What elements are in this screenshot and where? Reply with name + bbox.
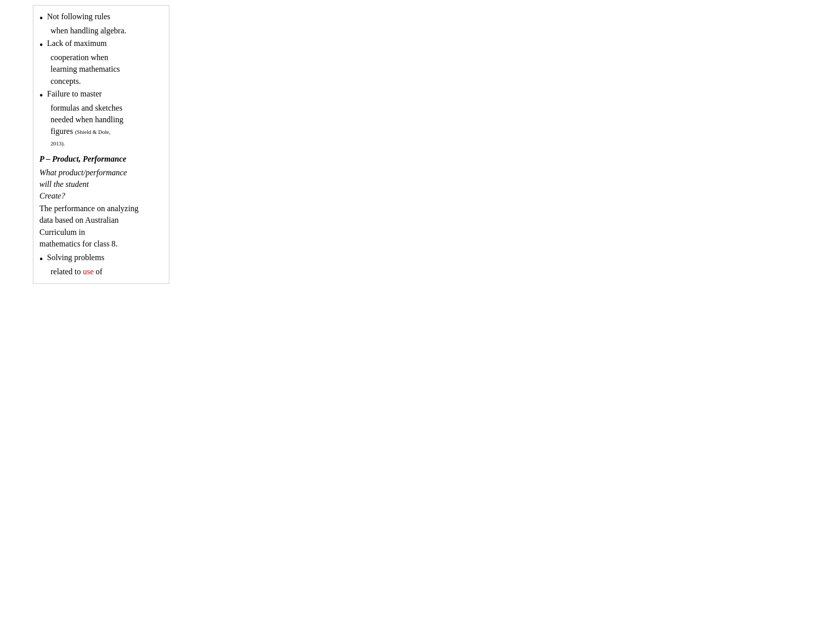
bullet-item-2: • Lack of maximum cooperation when learn… <box>39 37 163 87</box>
bullet-3-line-3: figures (Shield & Dole, <box>51 127 110 135</box>
bullet-item-1: • Not following rules when handling alge… <box>39 11 163 36</box>
bullet-2-main-text: Lack of maximum <box>47 37 107 49</box>
sub-bullet-1-continuation: related to use of <box>39 266 163 277</box>
bullet-1-continuation: when handling algebra. <box>39 25 163 36</box>
bullet-2-line-1: cooperation when <box>51 53 108 62</box>
bullet-item-3: • Failure to master formulas and sketche… <box>39 88 163 149</box>
bullet-3-year: 2013). <box>51 140 65 146</box>
section-p-body: The performance on analyzing data based … <box>39 203 163 250</box>
body-line-1: The performance on analyzing <box>39 204 138 213</box>
content-box: • Not following rules when handling alge… <box>33 5 169 284</box>
sub-bullet-dot-1: • <box>39 253 43 266</box>
bullet-3-cite: (Shield & Dole, <box>75 129 110 135</box>
subheader-line-1: What product/performance <box>39 168 127 177</box>
use-text: use <box>83 267 94 276</box>
sub-bullet-1-main-text: Solving problems <box>47 252 104 263</box>
of-text: of <box>94 267 102 276</box>
related-to: to <box>73 267 83 276</box>
page: • Not following rules when handling alge… <box>0 0 834 644</box>
section-p-header: P – Product, Performance <box>39 153 163 165</box>
bullet-2-line-3: concepts. <box>51 77 81 85</box>
bullet-dot-3: • <box>39 89 43 102</box>
bullet-3-continuation: formulas and sketches needed when handli… <box>39 102 163 149</box>
bullet-dot-1: • <box>39 12 43 25</box>
bullet-3-line-1: formulas and sketches <box>51 104 122 112</box>
body-line-2: data based on Australian <box>39 216 119 224</box>
subheader-line-2: will the student <box>39 180 89 188</box>
related-text-normal: relat <box>51 267 65 276</box>
bullet-3-main-text: Failure to master <box>47 88 102 100</box>
subheader-line-3: Create? <box>39 191 65 200</box>
bullet-1-main-text: Not following rules <box>47 11 110 22</box>
bullet-3-line-2: needed when handling <box>51 115 123 124</box>
body-line-4: mathematics for class 8. <box>39 239 118 248</box>
bullet-2-continuation: cooperation when learning mathematics co… <box>39 52 163 87</box>
related-text-ed: ed <box>65 267 72 276</box>
body-line-3: Curriculum in <box>39 228 85 236</box>
bullet-dot-2: • <box>39 38 43 52</box>
sub-bullet-item-1: • Solving problems related to use of <box>39 252 163 277</box>
bullet-2-line-2: learning mathematics <box>51 65 120 73</box>
section-p-subheader: What product/performance will the studen… <box>39 167 163 202</box>
